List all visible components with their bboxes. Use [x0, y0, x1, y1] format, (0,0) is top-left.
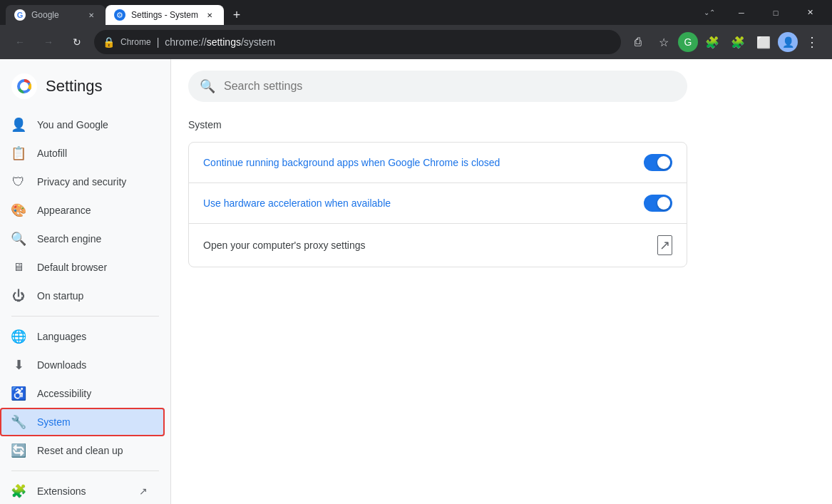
external-link-icon: ↗	[139, 485, 148, 497]
tab-title-google: Google	[31, 10, 80, 20]
tab-settings[interactable]: ⚙ Settings - System ✕	[106, 5, 224, 25]
palette-icon: 🎨	[11, 203, 26, 217]
toolbar: ← → ↻ 🔒 Chrome | chrome://settings/syste…	[0, 25, 832, 59]
download-icon: ⬇	[11, 358, 26, 372]
browser-content: Settings 👤 You and Google 📋 Autofill 🛡 P…	[0, 59, 832, 504]
sidebar-button[interactable]: ⬜	[752, 31, 775, 53]
sidebar-item-privacy-and-security[interactable]: 🛡 Privacy and security	[0, 168, 159, 196]
sidebar-item-you-and-google[interactable]: 👤 You and Google	[0, 110, 159, 139]
sidebar-divider-2	[11, 470, 159, 471]
minimize-button[interactable]: ─	[725, 0, 758, 25]
sidebar-item-appearance[interactable]: 🎨 Appearance	[0, 196, 159, 225]
address-bar[interactable]: 🔒 Chrome | chrome://settings/system	[94, 30, 621, 54]
sidebar-item-languages[interactable]: 🌐 Languages	[0, 322, 159, 351]
svg-point-2	[20, 82, 29, 91]
sidebar-divider	[11, 316, 159, 317]
sidebar-label-downloads: Downloads	[37, 359, 148, 371]
extensions-button[interactable]: 🧩	[726, 31, 749, 53]
sidebar-label-on-startup: On startup	[37, 290, 148, 302]
share-button[interactable]: ⎙	[627, 31, 649, 53]
startup-icon: ⏻	[11, 289, 26, 303]
autofill-icon: 📋	[11, 146, 26, 160]
sidebar-label-default-browser: Default browser	[37, 262, 148, 273]
search-icon: 🔍	[200, 78, 215, 94]
toggle-knob	[657, 156, 670, 169]
url-highlight: settings	[207, 36, 241, 48]
sidebar-item-on-startup[interactable]: ⏻ On startup	[0, 282, 159, 310]
background-apps-toggle[interactable]	[644, 154, 672, 171]
sidebar-item-search-engine[interactable]: 🔍 Search engine	[0, 225, 159, 253]
settings-row-background-apps[interactable]: Continue running background apps when Go…	[189, 143, 687, 183]
proxy-external-link-icon[interactable]: ↗	[657, 235, 672, 255]
sidebar-label-you-and-google: You and Google	[37, 119, 148, 130]
toggle-knob-2	[657, 197, 670, 210]
sidebar-item-downloads[interactable]: ⬇ Downloads	[0, 351, 159, 379]
maximize-button[interactable]: □	[759, 0, 792, 25]
tab-title-settings: Settings - System	[131, 10, 198, 20]
sidebar-label-appearance: Appearance	[37, 205, 148, 216]
hardware-acceleration-toggle[interactable]	[644, 195, 672, 212]
extensions-puzzle-button[interactable]: 🧩	[701, 31, 724, 53]
tab-close-settings[interactable]: ✕	[204, 9, 215, 21]
main-panel: 🔍 System Continue running background app…	[171, 59, 832, 504]
settings-row-hardware-acceleration[interactable]: Use hardware acceleration when available	[189, 183, 687, 224]
address-url: chrome://settings/system	[165, 36, 275, 48]
chrome-labs-button[interactable]: G	[678, 32, 698, 52]
tab-favicon-settings: ⚙	[114, 9, 125, 21]
sidebar-label-privacy-and-security: Privacy and security	[37, 176, 148, 187]
globe-icon: 🌐	[11, 329, 26, 344]
title-bar: G Google ✕ ⚙ Settings - System ✕ + ⌄⌃ ─ …	[0, 0, 832, 25]
settings-card: Continue running background apps when Go…	[188, 142, 687, 267]
wrench-icon: 🔧	[11, 415, 26, 429]
new-tab-button[interactable]: +	[227, 5, 247, 25]
address-chrome-label: Chrome	[120, 37, 151, 47]
tab-favicon-google: G	[14, 9, 26, 21]
settings-page-title: Settings	[46, 77, 103, 96]
address-separator: |	[157, 36, 160, 48]
sidebar-label-extensions: Extensions	[37, 485, 128, 497]
shield-icon: 🛡	[11, 175, 26, 189]
sidebar-label-system: System	[37, 416, 153, 428]
extensions-nav-icon: 🧩	[11, 484, 26, 498]
search-bar[interactable]: 🔍	[188, 71, 687, 102]
bookmark-button[interactable]: ☆	[652, 31, 675, 53]
toolbar-actions: ⎙ ☆ G 🧩 🧩 ⬜ 👤 ⋮	[627, 31, 823, 53]
tab-strip: G Google ✕ ⚙ Settings - System ✕ +	[6, 0, 701, 25]
tab-close-google[interactable]: ✕	[86, 9, 97, 21]
sidebar-item-accessibility[interactable]: ♿ Accessibility	[0, 379, 159, 408]
close-button[interactable]: ✕	[794, 0, 826, 25]
settings-sidebar: Settings 👤 You and Google 📋 Autofill 🛡 P…	[0, 59, 171, 504]
chrome-logo-icon	[11, 73, 37, 99]
profile-avatar[interactable]: 👤	[778, 32, 798, 52]
sidebar-label-reset-and-clean-up: Reset and clean up	[37, 445, 148, 456]
back-button[interactable]: ←	[9, 31, 31, 53]
sidebar-label-accessibility: Accessibility	[37, 388, 148, 399]
tab-google[interactable]: G Google ✕	[6, 5, 106, 25]
forward-button[interactable]: →	[37, 31, 60, 53]
search-nav-icon: 🔍	[11, 232, 26, 246]
sidebar-item-extensions[interactable]: 🧩 Extensions ↗	[0, 477, 159, 504]
sidebar-item-default-browser[interactable]: 🖥 Default browser	[0, 253, 159, 282]
sidebar-item-system[interactable]: 🔧 System	[0, 408, 165, 436]
accessibility-icon: ♿	[11, 386, 26, 401]
address-secure-icon: 🔒	[103, 36, 115, 48]
menu-button[interactable]: ⋮	[801, 31, 823, 53]
proxy-settings-label: Open your computer's proxy settings	[203, 240, 657, 251]
background-apps-label: Continue running background apps when Go…	[203, 157, 644, 168]
sidebar-label-search-engine: Search engine	[37, 233, 148, 245]
url-suffix: /system	[241, 36, 275, 48]
settings-row-proxy-settings[interactable]: Open your computer's proxy settings ↗	[189, 224, 687, 267]
sidebar-item-reset-and-clean-up[interactable]: 🔄 Reset and clean up	[0, 436, 159, 465]
reload-button[interactable]: ↻	[66, 31, 88, 53]
sidebar-label-languages: Languages	[37, 331, 148, 342]
section-title: System	[188, 119, 815, 130]
search-bar-container: 🔍	[188, 59, 815, 113]
browser-icon: 🖥	[11, 260, 26, 274]
url-prefix: chrome://	[165, 36, 206, 48]
sidebar-item-autofill[interactable]: 📋 Autofill	[0, 139, 159, 168]
search-input[interactable]	[224, 80, 676, 93]
person-icon: 👤	[11, 118, 26, 132]
sidebar-label-autofill: Autofill	[37, 148, 148, 159]
reset-icon: 🔄	[11, 443, 26, 458]
window-controls: ⌄⌃ ─ □ ✕	[704, 0, 826, 25]
